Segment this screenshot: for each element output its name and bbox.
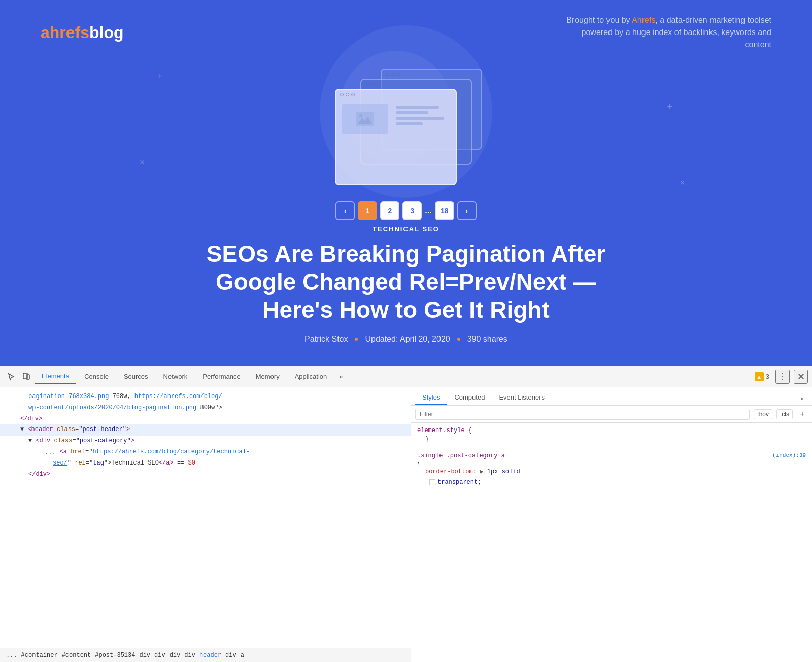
browser-line [396, 122, 423, 125]
breadcrumb-content[interactable]: #content [62, 652, 91, 659]
style-block-rule1: .single .post-category a (index):39 { bo… [417, 452, 806, 488]
breadcrumb-div-2[interactable]: div [154, 652, 165, 659]
style-tab-styles[interactable]: Styles [415, 390, 447, 405]
html-line-anchor-cont: seo/" rel="tag">Technical SEO</a> == $0 [0, 458, 411, 469]
rule1-selector[interactable]: .single .post-category a [417, 452, 505, 459]
pag-page-1[interactable]: 1 [358, 201, 377, 220]
article-byline: Patrick Stox Updated: April 20, 2020 390… [178, 335, 634, 344]
tagline: Brought to you by Ahrefs, a data-driven … [558, 14, 771, 51]
breadcrumb-post[interactable]: #post-35134 [95, 652, 135, 659]
devtools-tabbar: Elements Console Sources Network Perform… [0, 366, 812, 387]
tab-sources[interactable]: Sources [117, 370, 155, 383]
tagline-link[interactable]: Ahrefs [632, 16, 655, 24]
browser-front [335, 89, 457, 185]
browser-line [396, 117, 444, 120]
elements-breadcrumb: ... #container #content #post-35134 div … [0, 648, 411, 662]
warning-icon: ▲ [755, 372, 764, 381]
css-val-border: 1px solid [487, 468, 520, 475]
deco-plus-2: × [140, 157, 145, 168]
breadcrumb-div-3[interactable]: div [170, 652, 181, 659]
logo[interactable]: ahrefsblog [41, 23, 124, 42]
pagination-illustration: ‹ 1 2 3 ... 18 › [335, 201, 476, 220]
browser-dot [391, 73, 395, 76]
filter-cls-btn[interactable]: .cls [776, 409, 793, 419]
pag-next[interactable]: › [457, 201, 477, 220]
styles-filter-input[interactable] [415, 409, 750, 420]
hero-illustration [320, 61, 492, 193]
breadcrumb-div-4[interactable]: div [184, 652, 195, 659]
style-tab-computed[interactable]: Computed [447, 390, 492, 405]
styles-tabbar: Styles Computed Event Listeners » [411, 387, 812, 406]
devtools-body: pagination-768x384.png 768w, https://ahr… [0, 387, 812, 662]
tab-network[interactable]: Network [156, 370, 195, 383]
html-line-div-category[interactable]: ▼ <div class="post-category"> [0, 436, 411, 447]
tab-console[interactable]: Console [77, 370, 116, 383]
styles-panel: Styles Computed Event Listeners » :hov .… [411, 387, 812, 662]
pag-page-2[interactable]: 2 [380, 201, 399, 220]
breadcrumb-div-5[interactable]: div [225, 652, 236, 659]
rule1-prop2: transparent; [417, 477, 806, 488]
byline-separator-2 [457, 338, 460, 341]
browser-line [396, 106, 439, 109]
breadcrumb-div-1[interactable]: div [139, 652, 150, 659]
html-line: </div> [0, 414, 411, 425]
article-meta: TECHNICAL SEO SEOs Are Breaking Paginati… [178, 225, 634, 344]
warning-badge[interactable]: ▲ 3 [755, 372, 769, 381]
tab-elements[interactable]: Elements [35, 369, 76, 384]
breadcrumb-ellipsis[interactable]: ... [6, 652, 17, 659]
pag-prev[interactable]: ‹ [335, 201, 355, 220]
blog-hero: + × + × ahrefsblog Brought to you by Ahr… [0, 0, 812, 366]
browser-stack [330, 69, 482, 185]
article-category[interactable]: TECHNICAL SEO [178, 225, 634, 233]
logo-ahrefs[interactable]: ahrefs [41, 23, 89, 42]
html-line: pagination-768x384.png 768w, https://ahr… [0, 391, 411, 403]
browser-dot [371, 83, 375, 86]
filter-plus-btn[interactable]: + [797, 409, 808, 420]
logo-blog[interactable]: blog [89, 23, 124, 42]
elements-panel: pagination-768x384.png 768w, https://ahr… [0, 387, 411, 662]
styles-filter-bar: :hov .cls + [411, 406, 812, 423]
tab-performance[interactable]: Performance [195, 370, 247, 383]
tab-application[interactable]: Application [288, 370, 334, 383]
pag-page-3[interactable]: 3 [402, 201, 422, 220]
element-style-selector: element.style { [417, 427, 806, 434]
css-prop-border-bottom: border-bottom [425, 468, 473, 475]
element-style-close: } [417, 434, 806, 445]
browser-dot [346, 93, 349, 96]
browser-dot [365, 83, 369, 86]
breadcrumb-container[interactable]: #container [21, 652, 58, 659]
svg-point-2 [359, 114, 362, 117]
html-line-header[interactable]: ▼ <header class="post-header"> [0, 424, 411, 436]
deco-plus-4: × [680, 178, 685, 188]
devtools-kebab-btn[interactable]: ⋮ [775, 370, 790, 384]
tab-memory[interactable]: Memory [249, 370, 287, 383]
browser-dot [340, 93, 344, 96]
style-block-element: element.style { } [417, 427, 806, 445]
filter-hov-btn[interactable]: :hov [754, 409, 772, 419]
elements-content: pagination-768x384.png 768w, https://ahr… [0, 387, 411, 648]
breadcrumb-a[interactable]: a [241, 652, 244, 659]
pag-page-last[interactable]: 18 [435, 201, 454, 220]
rule1-source[interactable]: (index):39 [772, 452, 806, 458]
html-line: wp-content/uploads/2020/04/blog-paginati… [0, 403, 411, 414]
rule1-open: { [417, 459, 806, 467]
html-line-ellipsis-row: ... <a href="https://ahrefs.com/blog/cat… [0, 447, 411, 458]
browser-line [396, 111, 428, 114]
devtools-close-btn[interactable]: ✕ [794, 370, 808, 384]
ellipsis-label: ... [45, 447, 56, 457]
browser-dot [386, 73, 389, 76]
style-tab-event-listeners[interactable]: Event Listeners [492, 390, 552, 405]
color-swatch [429, 479, 435, 485]
device-icon-btn[interactable] [19, 370, 33, 384]
cursor-icon-btn[interactable] [4, 370, 18, 384]
browser-dot [397, 73, 400, 76]
styles-content: element.style { } .single .post-category… [411, 423, 812, 662]
style-tab-more[interactable]: » [796, 391, 808, 405]
browser-dot [377, 83, 380, 86]
browser-dot [351, 93, 355, 96]
tab-more-btn[interactable]: » [335, 370, 347, 383]
article-author: Patrick Stox [304, 335, 348, 344]
article-shares: 390 shares [467, 335, 507, 344]
deco-plus-3: + [667, 102, 672, 112]
breadcrumb-header[interactable]: header [199, 652, 221, 659]
